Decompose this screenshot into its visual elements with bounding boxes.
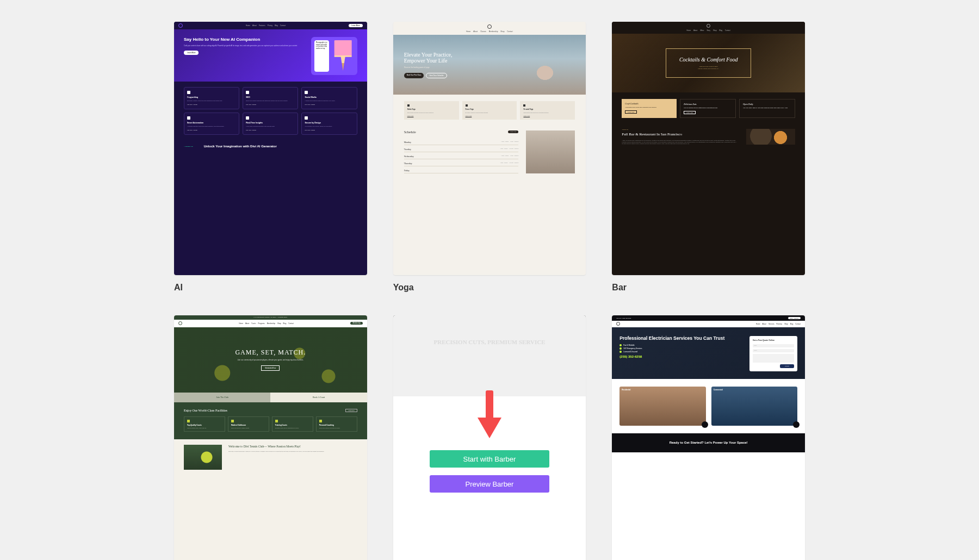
bar-cards: Craft CocktailsHandcrafted drinks made f… [612,92,805,125]
yoga-schedule: ScheduleBook Now MondayHatha · 8:00amPow… [393,126,586,178]
template-card-ai[interactable]: HomeAboutFeaturesPricingBlogContact Lear… [174,22,367,293]
facility-icon [231,420,234,422]
ai-hero-button: Learn More [184,51,199,55]
schedule-day: WednesdayHatha · 8:00amPower · 10:00am [404,152,519,159]
form-submit: Submit [780,364,794,368]
tennis-nav-cta: Membership [350,322,362,325]
thumbnail-ai[interactable]: HomeAboutFeaturesPricingBlogContact Lear… [174,22,367,275]
elec-phone: (255) 352-6258 [619,355,742,358]
thumbnail-bar[interactable]: HomeAboutMenuStoryShopBlogContact Cockta… [612,22,805,275]
tennis-facilities: Enjoy Our World-Class Facilities Virtual… [174,402,367,440]
facility-card: Modern ClubhouseRelax and connect in mod… [228,416,269,432]
yoga-card: Prenatal YogaSafe gentle sequences for e… [520,101,575,120]
template-card-electrician[interactable]: Call 24/7 • (255) 352-6258 Book A Servic… [612,315,805,560]
barber-hover-overlay: Start with Barber Preview Barber [393,315,586,560]
template-title: Yoga [393,283,586,293]
card-icon [523,104,525,107]
start-with-button[interactable]: Start with Barber [430,450,549,468]
ai-hero-heading: Say Hello to Your New AI Companion [184,37,303,42]
template-card-bar[interactable]: HomeAboutMenuStoryShopBlogContact Cockta… [612,22,805,293]
template-card-yoga[interactable]: HomeAboutClassesMembershipShopContact El… [393,22,586,293]
thumbnail-yoga[interactable]: HomeAboutClassesMembershipShopContact El… [393,22,586,275]
schedule-day: MondayHatha · 8:00amPower · 10:00am [404,138,519,145]
ai-nav-menu: HomeAboutFeaturesPricingBlogContact [246,24,286,27]
bar-card: Open DailyMon–Thu 11am–10pm Fri–Sat 11am… [739,99,795,118]
ai-tile: Real-Time InsightsMake more informed dec… [243,113,298,135]
template-card-barber[interactable]: PRECISION CUTS, PREMIUM SERVICE Start wi… [393,315,586,560]
tab-book: Book A Court [270,393,367,402]
ai-nav: HomeAboutFeaturesPricingBlogContact Lear… [174,22,367,29]
tile-icon [187,91,190,94]
ai-tile: SEOBoost your search rankings with optim… [243,87,298,109]
yoga-card: Hatha YogaSlow paced practice focusing o… [404,101,459,120]
bullet-item: Licensed & Insured [619,351,742,353]
yoga-btn-secondary: View Class Schedule [426,73,447,78]
elec-service-cards: Residential Commercial [612,379,805,433]
ai-hero-note: Photographic ice cream cone with a choco… [314,40,329,72]
bar-about: ABOUT US Full Bar & Restaurant In San Fr… [612,125,805,154]
form-input-name: Name [753,344,794,347]
preview-button[interactable]: Preview Barber [430,475,549,493]
form-input-phone: Phone [753,349,794,352]
ai-tile: Social MediaManage and schedule posts to… [301,87,357,109]
elec-nav: HomeAboutServicesReviewsShopBlogContact [612,321,805,327]
welcome-image [184,445,222,470]
logo-icon [178,23,183,28]
yoga-hero-heading: Elevate Your Practice,Empower Your Life [404,52,575,64]
schedule-day: TuesdayHatha · 8:00amPrenatal · 10:00am [404,145,519,152]
service-card: Residential [619,387,705,426]
logo-icon [707,24,710,28]
facility-icon [187,420,190,422]
thumbnail-barber[interactable]: PRECISION CUTS, PREMIUM SERVICE Start wi… [393,315,586,560]
tennis-tabs: Join The Club Book A Court [174,393,367,402]
bar-nav: HomeAboutMenuStoryShopBlogContact [612,22,805,34]
ai-tile: Secure by DesignWe prioritize your priva… [301,113,357,135]
elec-quote-form: Get a Free Quote Online Name Phone Submi… [749,336,797,371]
tennis-banner: FALL Tournament Signups Are Open! — Regi… [174,315,367,320]
yoga-hero: Elevate Your Practice,Empower Your Life … [393,35,586,95]
schedule-button: Book Now [508,130,518,133]
schedule-day: ThursdayHatha · 8:00amPrenatal · 10:00am [404,159,519,166]
tennis-nav: HomeAboutCourtsProgramsMembershipShopBlo… [174,320,367,327]
thumbnail-tennis[interactable]: FALL Tournament Signups Are Open! — Regi… [174,315,367,560]
card-icon [407,104,410,107]
template-card-tennis[interactable]: FALL Tournament Signups Are Open! — Regi… [174,315,367,560]
schedule-heading: Schedule [404,130,416,134]
facility-card: Personal CoachingOne on one sessions to … [316,416,357,432]
yoga-class-cards: Hatha YogaSlow paced practice focusing o… [393,95,586,126]
logo-icon [487,24,492,29]
yoga-card: Power YogaDynamic vigorous yoga building… [462,101,517,120]
bar-hero-box: Cocktails & Comfort Food Open Everyday 1… [666,48,752,78]
elec-hero: Professional Electrician Services You Ca… [612,327,805,379]
yoga-nav: HomeAboutClassesMembershipShopContact [393,22,586,35]
bar-about-image [746,129,795,145]
form-textarea [753,354,794,363]
ai-footer: AI GENERATE Unlock Your Imagination with… [174,140,367,152]
yoga-menu: HomeAboutClassesMembershipShopContact [466,30,512,33]
yoga-btn-primary: Book Your First Class [404,73,424,78]
facility-card: Top-Quality CourtsPremier courts to serv… [184,416,225,432]
tile-icon [246,91,249,94]
thumbnail-electrician[interactable]: Call 24/7 • (255) 352-6258 Book A Servic… [612,315,805,560]
ai-hero-sub: Craft your content closer with our cutti… [184,45,303,47]
tennis-hero: GAME, SET, MATCH. Join our community of … [174,327,367,393]
tile-icon [246,116,249,120]
arrow-icon [702,421,708,428]
topbar-cta: Book A Service [788,317,801,319]
elec-topbar: Call 24/7 • (255) 352-6258 Book A Servic… [612,315,805,321]
ai-tile: CopywritingEmpower, simplify, stand to w… [184,87,239,109]
service-card: Commercial [711,387,797,426]
bullet-item: 24/7 Emergency Services [619,347,742,350]
facility-card: Training CourtsDedicated courts with pro… [272,416,313,432]
ai-tile: Smart AutomationAutomate repetitive task… [184,113,239,135]
logo-icon [616,322,620,326]
tab-join: Join The Club [174,393,270,402]
template-title: Bar [612,283,805,293]
tile-icon [187,116,190,120]
bar-menu: HomeAboutMenuStoryShopBlogContact [687,29,730,32]
tile-icon [305,91,308,94]
arrow-down-icon [480,390,499,440]
ai-feature-tiles: CopywritingEmpower, simplify, stand to w… [174,82,367,140]
tennis-welcome: Welcome to Divi Tennis Club— Where Passi… [174,439,367,475]
bullet-item: Fast & Reliable [619,344,742,346]
